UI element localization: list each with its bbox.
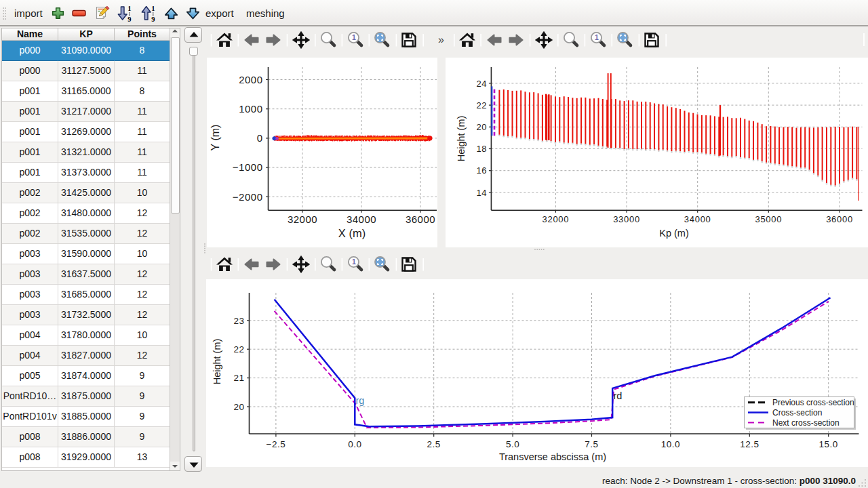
svg-text:Next cross-section: Next cross-section <box>772 418 840 428</box>
svg-text:5.0: 5.0 <box>506 439 519 449</box>
svg-text:rd: rd <box>614 390 623 401</box>
svg-text:1: 1 <box>352 258 356 266</box>
svg-text:33000: 33000 <box>613 214 640 224</box>
svg-text:36000: 36000 <box>406 214 435 225</box>
svg-text:10.0: 10.0 <box>661 439 680 449</box>
svg-text:7.5: 7.5 <box>585 439 598 449</box>
svg-text:36000: 36000 <box>826 214 853 224</box>
svg-text:»: » <box>438 34 444 45</box>
svg-text:2000: 2000 <box>239 74 262 85</box>
svg-text:20: 20 <box>233 402 244 412</box>
svg-text:34000: 34000 <box>684 214 711 224</box>
svg-text:16: 16 <box>476 165 486 176</box>
svg-text:X (m): X (m) <box>338 227 366 239</box>
svg-text:22: 22 <box>233 344 244 354</box>
svg-text:24: 24 <box>476 79 486 89</box>
svg-text:1: 1 <box>595 33 599 41</box>
svg-text:18: 18 <box>476 144 486 154</box>
svg-text:rg: rg <box>356 395 365 406</box>
svg-text:0.0: 0.0 <box>348 439 361 449</box>
svg-text:14: 14 <box>476 188 486 198</box>
svg-text:−2000: −2000 <box>233 191 263 203</box>
svg-text:Previous cross-section: Previous cross-section <box>772 398 854 407</box>
svg-text:9: 9 <box>151 16 155 23</box>
svg-text:−1000: −1000 <box>233 161 263 173</box>
svg-text:Transverse abscissa (m): Transverse abscissa (m) <box>499 451 606 462</box>
svg-text:32000: 32000 <box>542 214 570 224</box>
svg-text:1000: 1000 <box>239 103 262 115</box>
svg-text:Y (m): Y (m) <box>210 125 221 151</box>
svg-text:15.0: 15.0 <box>819 439 838 449</box>
svg-text:2.5: 2.5 <box>427 439 441 449</box>
svg-text:Height (m): Height (m) <box>456 116 467 162</box>
svg-text:1: 1 <box>151 5 155 12</box>
svg-text:9: 9 <box>127 16 131 23</box>
svg-text:20: 20 <box>476 122 486 132</box>
svg-text:34000: 34000 <box>347 214 376 225</box>
svg-text:Kp (m): Kp (m) <box>659 228 689 239</box>
svg-text:Height (m): Height (m) <box>212 339 222 385</box>
svg-text:0: 0 <box>257 132 263 144</box>
svg-text:21: 21 <box>233 373 244 383</box>
svg-text:Cross-section: Cross-section <box>772 408 822 418</box>
svg-text:35000: 35000 <box>755 214 782 224</box>
svg-text:1: 1 <box>352 33 356 41</box>
svg-text:−2.5: −2.5 <box>267 439 286 449</box>
svg-text:23: 23 <box>233 316 244 326</box>
svg-text:1: 1 <box>127 5 131 12</box>
svg-text:22: 22 <box>476 100 486 110</box>
svg-text:12.5: 12.5 <box>740 439 759 449</box>
svg-text:32000: 32000 <box>288 214 317 225</box>
